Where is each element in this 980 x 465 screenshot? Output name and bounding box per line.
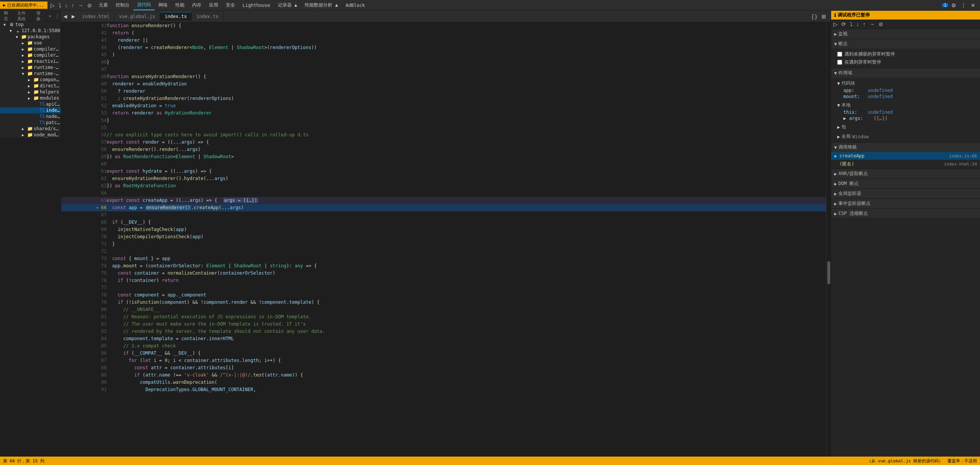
tree-directives[interactable]: ▶ 📁 directives [0, 83, 61, 89]
callstack-item-1[interactable]: ● (匿名) index.html:14 [831, 160, 980, 169]
tab-index-ts[interactable]: index.ts [160, 12, 192, 21]
bp-arrow: ▼ [834, 41, 837, 47]
tab-index-html[interactable]: index.html [77, 12, 114, 21]
menu-recorder[interactable]: 记录器 ▲ [274, 0, 301, 10]
code-scroll[interactable]: 41 function ensureRenderer() { 42 return… [61, 22, 826, 457]
local-header[interactable]: ▼ 本地 [837, 101, 977, 109]
menu-network[interactable]: 网络 [155, 0, 172, 10]
tree-runtime-core[interactable]: ▶ 📁 runtime-core/src [0, 64, 61, 70]
scrollbar[interactable] [826, 22, 831, 457]
tree-node-modules[interactable]: ▶ 📁 node_modules/pnpm [0, 132, 61, 138]
tree-components[interactable]: ▶ 📁 components [0, 77, 61, 83]
pretty-print-btn[interactable]: ⊞ [820, 13, 828, 20]
global-header[interactable]: ▶ 全局 Window [837, 133, 977, 141]
el-header[interactable]: ▶ 事件监听器断点 [831, 199, 980, 208]
line-code-63: }) as RootHydrateFunction [107, 182, 826, 190]
tree-compiler-core[interactable]: ▶ 📁 compiler-core/src [0, 46, 61, 52]
close-btn[interactable]: ✕ [969, 2, 977, 9]
line-code-42: return ( [107, 29, 826, 37]
tree-options[interactable]: ⋮ [54, 13, 61, 19]
rp-deactivate-btn[interactable]: ⊘ [877, 20, 885, 28]
tree-patch-prop[interactable]: ▶ TS patchProp.ts [0, 120, 61, 126]
rp-step-out-btn[interactable]: ↑ [861, 20, 867, 28]
tree-helpers[interactable]: ▶ 📁 helpers [0, 89, 61, 95]
line-num-80: 80 [61, 306, 107, 313]
tree-reactivity-label: reactivity/src [34, 59, 61, 64]
debug-status-text: 已在调试程序中... [7, 2, 44, 8]
watch-header[interactable]: ▶ 监视 [831, 29, 980, 39]
tree-vue[interactable]: ▶ 📁 vue [0, 40, 61, 46]
bp-uncaught-checkbox[interactable] [837, 52, 842, 57]
line-num-52: 52 [61, 102, 107, 110]
line-code-51: : createHydrationRenderer(rendererOption… [107, 95, 826, 102]
tree-node-ops[interactable]: ▶ TS nodeOps.ts [0, 113, 61, 120]
line-num-57: 57 [61, 139, 107, 146]
step-into-btn[interactable]: ↓ [64, 2, 69, 9]
dom-header[interactable]: ▶ DOM 断点 [831, 179, 980, 188]
menu-application[interactable]: 应用 [205, 0, 222, 10]
step-btn[interactable]: → [77, 2, 85, 9]
menu-sources[interactable]: 源代码 [133, 0, 155, 10]
breakpoints-header[interactable]: ▼ 断点 [831, 39, 980, 49]
menu-perf-insights[interactable]: 性能数据分析 ▲ [301, 0, 341, 10]
prop-args[interactable]: ▶ args: [{…}] [843, 115, 977, 121]
tree-api-custom[interactable]: ▶ TS apiCustomElement.ts [0, 101, 61, 107]
tree-server[interactable]: ▼ ☁ 127.0.0.1:5500 [0, 28, 61, 34]
line-68: 68 if (__DEV__) { [61, 219, 826, 226]
back-btn[interactable]: ◀ [61, 13, 69, 20]
tree-modules[interactable]: ▶ 📁 modules [0, 95, 61, 101]
callstack-item-0[interactable]: ● createApp index.ts:66 [831, 152, 980, 160]
menu-lighthouse[interactable]: Lighthouse [239, 1, 274, 10]
line-87: 87 for (let i = 0; i < container.attribu… [61, 357, 826, 364]
sources-toolbar: 网页 文件系统 替换 » ⋮ [0, 11, 61, 21]
rp-resume-btn[interactable]: ▷ [832, 20, 839, 28]
line-78: 78 const component = app._component [61, 291, 826, 299]
breakpoints-section: ▼ 断点 遇到未捕获的异常时暂停 在遇到异常时暂停 [831, 39, 980, 68]
format-btn[interactable]: { } [810, 13, 818, 20]
tab-more[interactable]: » [46, 12, 54, 20]
closure-header[interactable]: ▶ 包 [837, 123, 977, 131]
resume-btn[interactable]: ▷ [49, 2, 56, 9]
forward-btn[interactable]: ▶ [69, 13, 77, 20]
menu-security[interactable]: 安全 [222, 0, 239, 10]
rp-step-into-btn[interactable]: ↓ [855, 20, 861, 28]
menu-elements[interactable]: 元素 [95, 0, 112, 10]
tab-vue-global-js[interactable]: vue.global.js [114, 12, 160, 21]
bp-caught-checkbox[interactable] [837, 60, 842, 65]
tree-runtime-dom[interactable]: ▼ 📁 runtime-dom/src [0, 70, 61, 77]
tree-root[interactable]: ▼ 🖥 top [0, 21, 61, 28]
tree-compiler-dom[interactable]: ▶ 📁 compiler-dom/src [0, 52, 61, 58]
menu-adblock[interactable]: AdBlock [342, 1, 369, 10]
menu-memory[interactable]: 内存 [188, 0, 205, 10]
tree-shared[interactable]: ▶ 📁 shared/src [0, 126, 61, 132]
line-num-81: 81 [61, 313, 107, 321]
tree-compiler-dom-label: compiler-dom/src [34, 52, 61, 58]
csp-header[interactable]: ▶ CSP 违规断点 [831, 209, 980, 218]
debug-play-icon[interactable]: ▶ [3, 3, 6, 8]
menu-console[interactable]: 控制台 [112, 0, 133, 10]
code-block-header[interactable]: ▼ 代码块 [837, 79, 977, 87]
callstack-header[interactable]: ▼ 调用堆栈 [831, 142, 980, 152]
tree-node-modules-label: node_modules/pnpm [34, 132, 61, 138]
tree-index-ts[interactable]: ▶ TS index.ts [0, 107, 61, 113]
tree-packages[interactable]: ▼ 📁 packages [0, 34, 61, 40]
rp-pause-btn[interactable]: ⟳ [840, 20, 848, 28]
folder-hlp-icon: 📁 [33, 89, 39, 95]
settings-btn[interactable]: ⚙ [950, 2, 958, 9]
line-45: 45 ) [61, 51, 826, 59]
rp-step-btn[interactable]: → [868, 20, 876, 28]
tab-index-ts2[interactable]: index.ts [192, 12, 224, 21]
xhr-header[interactable]: ▶ XHR/提取断点 [831, 169, 980, 178]
status-bar: 第 66 行，第 15 列 （从 vue.global.js 映射的源代码） 覆… [0, 457, 980, 465]
rp-step-over-btn[interactable]: ⤵ [848, 20, 854, 28]
gl-header[interactable]: ▶ 全局监听器 [831, 189, 980, 198]
tree-reactivity[interactable]: ▶ 📁 reactivity/src [0, 58, 61, 64]
more-btn[interactable]: ⋮ [959, 2, 968, 9]
step-out-btn[interactable]: ↑ [70, 2, 76, 9]
step-over-btn[interactable]: ⤵ [57, 2, 63, 9]
deactivate-btn[interactable]: ⊘ [86, 2, 93, 9]
menu-performance[interactable]: 性能 [172, 0, 188, 10]
line-59: 59 }) as RootRenderFunction<Element | Sh… [61, 153, 826, 160]
local-section: ▼ 本地 this: undefined ▶ args: [{…}] [837, 101, 977, 121]
scope-header[interactable]: ▼ 作用域 [831, 68, 980, 78]
